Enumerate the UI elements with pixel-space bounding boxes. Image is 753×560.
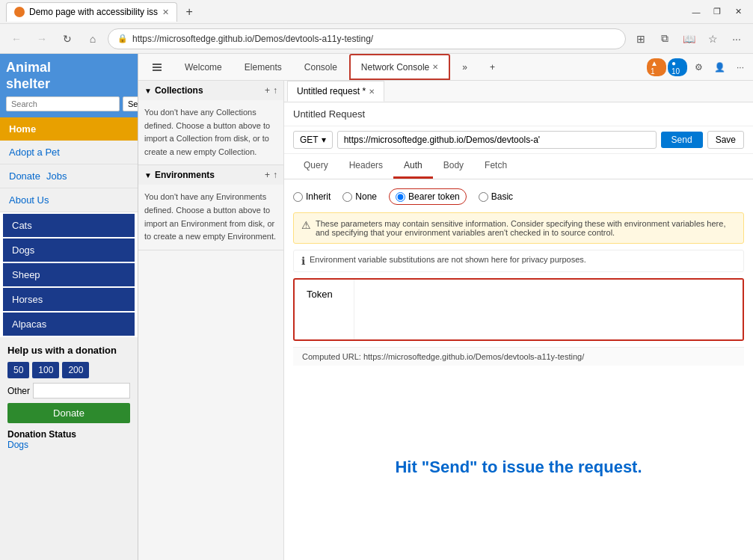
save-button[interactable]: Save [707,131,744,149]
collections-header[interactable]: ▼ Collections + ↑ [138,81,283,100]
devtools-add-tab[interactable]: + [479,54,505,80]
req-tab-fetch[interactable]: Fetch [474,154,517,179]
devtools-tab-network-console[interactable]: Network Console ✕ [349,54,450,80]
animal-dogs[interactable]: Dogs [3,239,135,262]
network-console-tab-close[interactable]: ✕ [432,63,438,71]
info-text: Environment variable substitutions are n… [310,255,586,267]
collections-section: ▼ Collections + ↑ You don't have any Col… [138,81,283,165]
request-tab-close-icon[interactable]: ✕ [369,87,375,96]
new-tab-button[interactable]: + [180,3,198,21]
minimize-button[interactable]: — [687,4,705,19]
url-input[interactable] [337,131,657,149]
environments-import-icon[interactable]: ↑ [273,170,277,180]
url-bar[interactable]: 🔒 https://microsoftedge.github.io/Demos/… [108,28,626,49]
method-dropdown-icon: ▾ [322,135,326,145]
tab-title: Demo page with accessibility iss [29,7,158,17]
devtools-tab-console[interactable]: Console [294,54,348,80]
req-tab-query[interactable]: Query [293,154,339,179]
reading-view-icon[interactable]: 📖 [678,28,699,49]
request-url-bar: GET ▾ Send Save [284,126,753,154]
animal-horses[interactable]: Horses [3,288,135,311]
collections-icon[interactable]: ⊞ [630,28,651,49]
computed-url: Computed URL: https://microsoftedge.gith… [293,347,744,366]
donation-100[interactable]: 100 [32,362,59,378]
devtools-tab-welcome[interactable]: Welcome [174,54,233,80]
animal-alpacas[interactable]: Alpacas [3,313,135,336]
search-input[interactable] [6,96,120,111]
collections-panel: ▼ Collections + ↑ You don't have any Col… [138,81,284,560]
warning-text: These parameters may contain sensitive i… [316,219,736,237]
token-input[interactable] [354,280,743,339]
nav-home[interactable]: Home [0,117,138,141]
donation-amounts: 50 100 200 [7,362,130,378]
split-screen-icon[interactable]: ⧉ [654,28,675,49]
nav-jobs[interactable]: Jobs [46,170,67,182]
favicon-icon [14,7,25,17]
favorites-icon[interactable]: ☆ [702,28,723,49]
token-area: Token [293,278,744,341]
auth-basic-radio[interactable]: Basic [479,191,513,202]
environments-add-icon[interactable]: + [265,170,270,180]
reload-button[interactable]: ↻ [57,28,78,49]
donation-title: Help us with a donation [7,345,130,356]
devtools-tab-toggle[interactable] [141,54,173,80]
more-tools-icon[interactable]: ··· [726,28,747,49]
req-tab-body[interactable]: Body [433,154,474,179]
hit-send-text: Hit "Send" to issue the request. [395,458,642,477]
donation-status-label: Donation Status [7,429,130,440]
environments-section: ▼ Environments + ↑ You don't have any En… [138,165,283,250]
auth-inherit-radio[interactable]: Inherit [293,191,331,202]
devtools-tab-bar: Welcome Elements Console Network Console… [138,54,753,81]
other-amount-input[interactable] [33,383,130,399]
environments-header[interactable]: ▼ Environments + ↑ [138,165,283,185]
environments-header-text: Environments [155,170,262,180]
info-icon: ℹ [301,255,305,267]
more-options-icon[interactable]: ··· [731,58,750,77]
address-bar: ← → ↻ ⌂ 🔒 https://microsoftedge.github.i… [0,24,753,54]
auth-none-radio[interactable]: None [342,191,377,202]
donation-other: Other [7,383,130,399]
environments-body: You don't have any Environments defined.… [138,185,283,249]
collections-add-icon[interactable]: + [265,85,270,96]
tab-close-icon[interactable]: ✕ [162,7,169,17]
site-search: Search [6,96,132,111]
info-box: ℹ Environment variable substitutions are… [293,250,744,272]
svg-rect-1 [153,67,162,68]
user-icon[interactable]: 👤 [710,58,729,77]
send-button[interactable]: Send [661,132,703,148]
forward-button[interactable]: → [31,28,52,49]
nav-donate-jobs: Donate Jobs [0,164,138,188]
home-button[interactable]: ⌂ [82,28,103,49]
warning-icon: ⚠ [301,219,311,237]
donation-status-value: Dogs [7,440,130,450]
donation-200[interactable]: 200 [62,362,89,378]
nav-donate[interactable]: Donate [9,170,40,182]
donate-button[interactable]: Donate [7,403,130,423]
issues-badge-orange[interactable]: ▲ 1 [647,58,666,77]
auth-bearer-radio[interactable]: Bearer token [389,188,467,205]
request-tab-untitled[interactable]: Untitled request * ✕ [287,81,384,102]
req-tab-auth[interactable]: Auth [393,154,433,179]
donation-50[interactable]: 50 [7,362,29,378]
search-button[interactable]: Search [123,96,138,111]
restore-button[interactable]: ❐ [708,4,726,19]
issues-badge-blue[interactable]: ● 10 [668,58,687,77]
site-logo: Animal shelter [6,60,132,92]
back-button[interactable]: ← [6,28,27,49]
svg-rect-2 [153,70,162,71]
browser-tab[interactable]: Demo page with accessibility iss ✕ [6,2,177,22]
settings-icon[interactable]: ⚙ [689,58,708,77]
animal-sheep[interactable]: Sheep [3,263,135,286]
auth-section: Inherit None Bearer token Basic [284,179,753,375]
collections-import-icon[interactable]: ↑ [273,85,277,96]
url-text: https://microsoftedge.github.io/Demos/de… [132,34,616,44]
devtools-tab-elements[interactable]: Elements [234,54,292,80]
devtools-overflow[interactable]: » [452,54,478,80]
nav-adopt[interactable]: Adopt a Pet [0,141,138,164]
other-label: Other [7,386,30,396]
req-tab-headers[interactable]: Headers [339,154,393,179]
close-button[interactable]: ✕ [729,4,747,19]
nav-about[interactable]: About Us [0,188,138,212]
animal-cats[interactable]: Cats [3,214,135,237]
method-select[interactable]: GET ▾ [293,131,333,149]
